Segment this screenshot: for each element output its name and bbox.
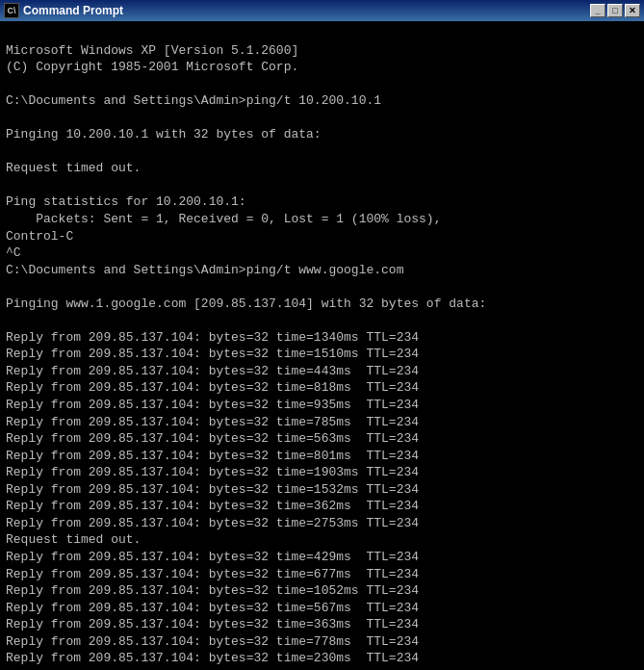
terminal-line: Packets: Sent = 1, Received = 0, Lost = … <box>6 211 638 228</box>
terminal-line: Request timed out. <box>6 531 638 549</box>
terminal-line: Reply from 209.85.137.104: bytes=32 time… <box>6 363 638 380</box>
terminal-line <box>6 177 638 194</box>
terminal-line: Reply from 209.85.137.104: bytes=32 time… <box>6 448 638 465</box>
maximize-button[interactable]: □ <box>607 4 623 17</box>
title-bar-icon: C\ <box>4 3 19 18</box>
terminal-line <box>6 110 638 127</box>
terminal-line: Request timed out. <box>6 160 638 177</box>
minimize-button[interactable]: _ <box>590 4 605 17</box>
terminal-line <box>6 143 638 161</box>
terminal-line: Reply from 209.85.137.104: bytes=32 time… <box>6 600 638 617</box>
terminal-line: Reply from 209.85.137.104: bytes=32 time… <box>6 633 638 651</box>
terminal-line: Reply from 209.85.137.104: bytes=32 time… <box>6 498 638 515</box>
terminal-line <box>6 76 638 93</box>
terminal-line: Pinging www.1.google.com [209.85.137.104… <box>6 296 638 313</box>
title-bar-buttons: _ □ ✕ <box>590 4 640 17</box>
terminal-line: Ping statistics for 10.200.10.1: <box>6 193 638 211</box>
terminal-line: Reply from 209.85.137.104: bytes=32 time… <box>6 379 638 397</box>
terminal-line: Reply from 209.85.137.104: bytes=32 time… <box>6 582 638 600</box>
title-bar-title: Command Prompt <box>23 4 590 17</box>
terminal-line: (C) Copyright 1985-2001 Microsoft Corp. <box>6 59 638 76</box>
terminal-line: Reply from 209.85.137.104: bytes=32 time… <box>6 329 638 347</box>
terminal-line: Reply from 209.85.137.104: bytes=32 time… <box>6 397 638 414</box>
close-button[interactable]: ✕ <box>625 4 640 17</box>
terminal-line: ^C <box>6 245 638 262</box>
terminal-line: Reply from 209.85.137.104: bytes=32 time… <box>6 481 638 499</box>
terminal-line <box>6 278 638 296</box>
terminal-line: C:\Documents and Settings\Admin>ping/t 1… <box>6 92 638 110</box>
terminal-line: C:\Documents and Settings\Admin>ping/t w… <box>6 262 638 279</box>
terminal-line <box>6 312 638 329</box>
terminal-line: Reply from 209.85.137.104: bytes=32 time… <box>6 515 638 532</box>
terminal-line: Reply from 209.85.137.104: bytes=32 time… <box>6 650 638 667</box>
terminal-line: Microsoft Windows XP [Version 5.1.2600] <box>6 42 638 60</box>
title-bar: C\ Command Prompt _ □ ✕ <box>0 0 644 21</box>
terminal-line: Reply from 209.85.137.104: bytes=32 time… <box>6 346 638 363</box>
terminal-line: Reply from 209.85.137.104: bytes=32 time… <box>6 464 638 481</box>
terminal-line: Reply from 209.85.137.104: bytes=32 time… <box>6 566 638 583</box>
terminal-line: Reply from 209.85.137.104: bytes=32 time… <box>6 616 638 633</box>
terminal-line: Reply from 209.85.137.104: bytes=32 time… <box>6 430 638 448</box>
terminal-line: Reply from 209.85.137.104: bytes=32 time… <box>6 414 638 431</box>
terminal[interactable]: Microsoft Windows XP [Version 5.1.2600](… <box>0 21 644 670</box>
terminal-line: Control-C <box>6 228 638 245</box>
terminal-line: Reply from 209.85.137.104: bytes=32 time… <box>6 549 638 566</box>
terminal-line: Pinging 10.200.10.1 with 32 bytes of dat… <box>6 126 638 143</box>
